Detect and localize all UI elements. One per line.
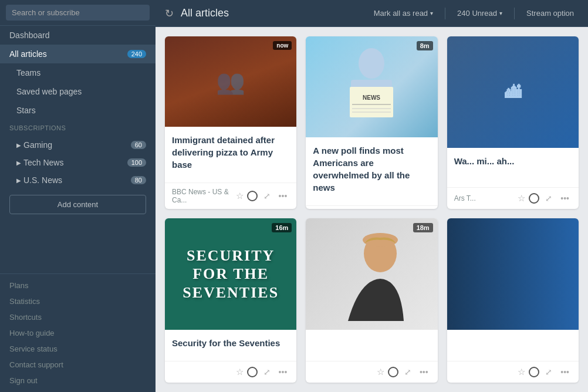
article-footer: Vox - All ☆ ⤢ ••• bbox=[306, 205, 437, 209]
article-card[interactable]: 🏙 Wa... mi... ah... Ars T... ☆ ⤢ ••• bbox=[447, 36, 579, 209]
gaming-badge: 60 bbox=[131, 141, 146, 149]
tech-news-badge: 100 bbox=[127, 158, 146, 167]
article-card[interactable]: 8m NEWS A new poll finds most Americans … bbox=[306, 36, 437, 209]
topbar: ↻ All articles Mark all as read ▾ 240 Un… bbox=[156, 0, 588, 27]
chevron-icon: ▶ bbox=[16, 142, 21, 148]
more-options-icon[interactable]: ••• bbox=[558, 192, 572, 204]
time-badge: 8m bbox=[417, 41, 433, 50]
star-icon[interactable]: ☆ bbox=[236, 367, 244, 377]
more-options-icon[interactable]: ••• bbox=[417, 366, 431, 378]
article-image: now 👥 bbox=[165, 36, 296, 127]
article-footer: Ars T... ☆ ⤢ ••• bbox=[447, 187, 579, 209]
sidebar-item-saved-web-pages[interactable]: Saved web pages bbox=[0, 82, 156, 101]
sidebar-item-tech-news[interactable]: ▶ Tech News 100 bbox=[0, 154, 156, 171]
chevron-icon: ▶ bbox=[16, 160, 21, 166]
sidebar-item-gaming[interactable]: ▶ Gaming 60 bbox=[0, 136, 156, 154]
article-footer: ☆ ⤢ ••• bbox=[447, 361, 579, 383]
article-body: Immigrant detained after delivering pizz… bbox=[165, 127, 296, 183]
more-options-icon[interactable]: ••• bbox=[276, 190, 290, 202]
page-title: All articles bbox=[181, 7, 362, 19]
chevron-down-icon: ▾ bbox=[499, 10, 502, 16]
article-card[interactable]: 18m ☆ ⤢ ••• bbox=[306, 218, 437, 383]
article-footer: BBC News - US & Ca... ☆ ⤢ ••• bbox=[165, 183, 296, 209]
read-circle-icon[interactable] bbox=[247, 191, 258, 201]
article-source: BBC News - US & Ca... bbox=[172, 188, 232, 204]
sidebar-item-dashboard[interactable]: Dashboard bbox=[0, 26, 156, 45]
article-image: 18m bbox=[306, 218, 437, 330]
sidebar-footer-contact-support[interactable]: Contact support bbox=[0, 357, 156, 373]
sidebar-item-all-articles[interactable]: All articles 240 bbox=[0, 45, 156, 63]
search-bar bbox=[0, 0, 156, 26]
time-badge: 18m bbox=[413, 223, 433, 232]
sidebar-item-stars[interactable]: Stars bbox=[0, 101, 156, 120]
sidebar: Dashboard All articles 240 Teams Saved w… bbox=[0, 0, 156, 392]
article-body: Wa... mi... ah... bbox=[447, 148, 579, 187]
star-icon[interactable]: ☆ bbox=[518, 367, 525, 377]
article-image bbox=[447, 218, 579, 330]
external-link-icon[interactable]: ⤢ bbox=[543, 192, 555, 204]
external-link-icon[interactable]: ⤢ bbox=[261, 366, 273, 378]
sidebar-footer-statistics[interactable]: Statistics bbox=[0, 293, 156, 309]
external-link-icon[interactable]: ⤢ bbox=[402, 366, 414, 378]
external-link-icon[interactable]: ⤢ bbox=[543, 366, 555, 378]
read-circle-icon[interactable] bbox=[388, 367, 398, 377]
search-input[interactable] bbox=[6, 5, 150, 21]
mark-all-read-button[interactable]: Mark all as read ▾ bbox=[369, 6, 438, 20]
article-image: 🏙 bbox=[447, 36, 579, 148]
topbar-divider bbox=[514, 8, 515, 19]
article-title: A new poll finds most Americans are over… bbox=[313, 144, 430, 194]
article-source: Ars T... bbox=[454, 194, 515, 202]
add-content-button[interactable]: Add content bbox=[9, 195, 146, 214]
article-body: A new poll finds most Americans are over… bbox=[306, 137, 437, 205]
article-title: Security for the Seventies bbox=[172, 337, 289, 349]
stream-options-button[interactable]: Stream option bbox=[522, 6, 579, 20]
external-link-icon[interactable]: ⤢ bbox=[261, 190, 273, 202]
read-circle-icon[interactable] bbox=[247, 367, 258, 377]
sidebar-footer-shortcuts[interactable]: Shortcuts bbox=[0, 309, 156, 325]
article-title: Immigrant detained after delivering pizz… bbox=[172, 134, 289, 171]
article-footer: ☆ ⤢ ••• bbox=[306, 361, 437, 383]
svg-text:NEWS: NEWS bbox=[363, 94, 380, 101]
svg-point-0 bbox=[359, 48, 384, 79]
read-circle-icon[interactable] bbox=[529, 367, 539, 377]
us-news-badge: 80 bbox=[131, 176, 146, 184]
article-body: Security for the Seventies bbox=[165, 330, 296, 361]
topbar-divider bbox=[445, 8, 445, 19]
article-card[interactable]: 16m SECURITYFOR THESEVENTIES Security fo… bbox=[165, 218, 296, 383]
sidebar-footer-service-status[interactable]: Service status bbox=[0, 341, 156, 357]
sidebar-item-teams[interactable]: Teams bbox=[0, 63, 156, 82]
article-image: 8m NEWS bbox=[306, 36, 437, 137]
all-articles-badge: 240 bbox=[127, 50, 146, 58]
article-card[interactable]: now 👥 Immigrant detained after deliverin… bbox=[165, 36, 296, 209]
more-options-icon[interactable]: ••• bbox=[276, 366, 290, 378]
time-badge: 16m bbox=[272, 223, 292, 232]
subscriptions-header[interactable]: Subscriptions bbox=[0, 120, 156, 136]
article-body bbox=[306, 330, 437, 361]
unread-filter-button[interactable]: 240 Unread ▾ bbox=[452, 6, 507, 20]
article-image-text: SECURITYFOR THESEVENTIES bbox=[183, 246, 279, 302]
star-icon[interactable]: ☆ bbox=[377, 367, 384, 377]
articles-grid: now 👥 Immigrant detained after deliverin… bbox=[156, 27, 588, 392]
more-options-icon[interactable]: ••• bbox=[558, 366, 572, 378]
sidebar-item-us-news[interactable]: ▶ U.S. News 80 bbox=[0, 171, 156, 189]
chevron-down-icon: ▾ bbox=[430, 10, 433, 16]
star-icon[interactable]: ☆ bbox=[518, 193, 525, 204]
refresh-icon[interactable]: ↻ bbox=[165, 7, 174, 20]
sidebar-footer-sign-out[interactable]: Sign out bbox=[0, 373, 156, 388]
read-circle-icon[interactable] bbox=[529, 193, 539, 204]
chevron-icon: ▶ bbox=[16, 177, 21, 184]
sidebar-footer-plans[interactable]: Plans bbox=[0, 278, 156, 293]
sidebar-footer-how-to[interactable]: How-to guide bbox=[0, 325, 156, 341]
article-footer: ☆ ⤢ ••• bbox=[165, 361, 296, 383]
article-title: Wa... mi... ah... bbox=[454, 155, 572, 167]
now-badge: now bbox=[273, 41, 292, 50]
article-image: 16m SECURITYFOR THESEVENTIES bbox=[165, 218, 296, 330]
article-body bbox=[447, 330, 579, 361]
main-content: ↻ All articles Mark all as read ▾ 240 Un… bbox=[156, 0, 588, 392]
sidebar-footer: Plans Statistics Shortcuts How-to guide … bbox=[0, 273, 156, 392]
svg-rect-2 bbox=[350, 87, 393, 117]
star-icon[interactable]: ☆ bbox=[236, 191, 244, 201]
article-card[interactable]: ☆ ⤢ ••• bbox=[447, 218, 579, 383]
